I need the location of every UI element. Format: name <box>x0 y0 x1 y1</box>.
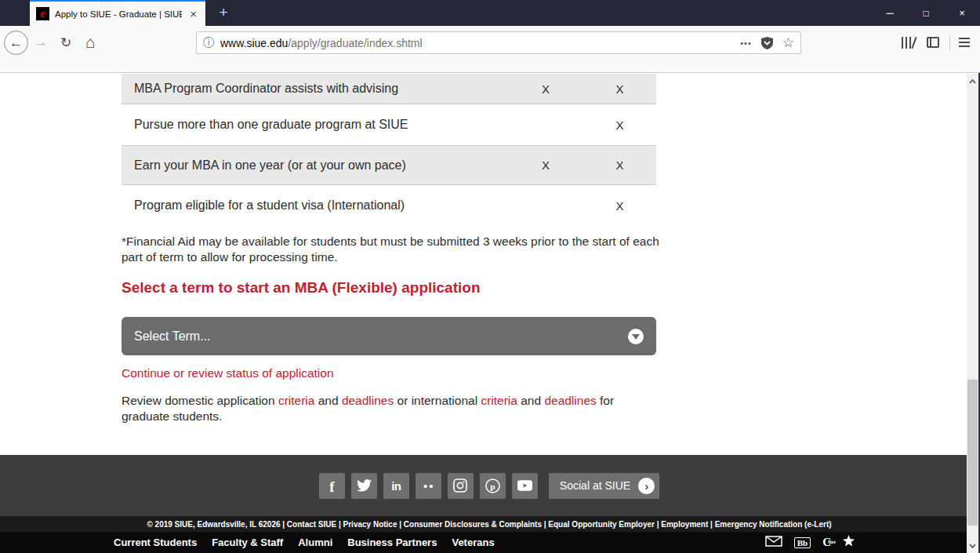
hamburger-menu-icon[interactable] <box>955 31 974 54</box>
review-text: and <box>314 394 341 407</box>
international-criteria-link[interactable]: criteria <box>481 394 517 407</box>
tab-title: Apply to SIUE - Graduate | SIUE <box>55 9 182 19</box>
star-icon[interactable] <box>843 535 855 550</box>
footer-link-alumni[interactable]: Alumni <box>298 537 332 548</box>
email-icon[interactable] <box>765 536 782 550</box>
facebook-icon[interactable]: f <box>319 473 345 499</box>
row-label: Earn your MBA in one year (or at your ow… <box>122 158 508 173</box>
url-bar[interactable]: ⓘ www.siue.edu/apply/graduate/index.shtm… <box>196 31 801 54</box>
cougarnet-icon[interactable]: CNet <box>822 536 831 549</box>
instagram-icon[interactable] <box>448 473 474 499</box>
page-actions-icon[interactable]: ••• <box>740 38 752 48</box>
financial-aid-footnote: *Financial Aid may be available for stud… <box>122 234 670 265</box>
scrollbar-thumb[interactable] <box>967 380 978 526</box>
row-label: MBA Program Coordinator assists with adv… <box>122 82 508 96</box>
review-text: Review domestic application <box>122 394 278 407</box>
url-domain: www.siue.edu <box>220 37 288 49</box>
site-info-icon[interactable]: ⓘ <box>203 36 214 50</box>
svg-text:p: p <box>490 482 495 491</box>
twitter-icon[interactable] <box>351 473 377 499</box>
footer-link-faculty-staff[interactable]: Faculty & Staff <box>212 537 283 548</box>
domestic-deadlines-link[interactable]: deadlines <box>342 394 394 407</box>
url-path: /apply/graduate/index.shtml <box>288 37 422 49</box>
new-tab-button[interactable]: + <box>213 3 234 22</box>
linkedin-icon[interactable]: in <box>383 473 409 499</box>
library-icon[interactable] <box>898 31 917 54</box>
table-row: Earn your MBA in one year (or at your ow… <box>122 146 656 185</box>
row-col2: X <box>583 158 656 172</box>
review-text: and <box>517 394 544 407</box>
term-select-dropdown[interactable]: Select Term... <box>122 317 656 355</box>
sidebar-toggle-icon[interactable] <box>924 31 942 54</box>
footer-link-current-students[interactable]: Current Students <box>114 537 197 548</box>
maximize-button[interactable]: □ <box>908 0 944 26</box>
table-row: Program eligible for a student visa (Int… <box>122 185 656 226</box>
scroll-down-icon[interactable] <box>967 540 978 551</box>
tab-bar: e Apply to SIUE - Graduate | SIUE × + ─ … <box>0 0 980 26</box>
pocket-shield-icon[interactable] <box>761 37 773 49</box>
row-label: Program eligible for a student visa (Int… <box>122 198 508 213</box>
review-text: or international <box>394 394 481 407</box>
row-col1: X <box>508 82 583 96</box>
back-button[interactable]: ← <box>4 31 28 55</box>
blackboard-icon[interactable]: Bb <box>794 537 811 548</box>
reload-button[interactable]: ↻ <box>56 31 75 54</box>
browser-window: e Apply to SIUE - Graduate | SIUE × + ─ … <box>0 0 980 553</box>
social-at-siue-button[interactable]: Social at SIUE › <box>549 473 659 499</box>
footer-social-band: f in •• p Social at SIUE › <box>0 455 978 516</box>
close-button[interactable]: × <box>944 0 980 26</box>
term-select-value: Select Term... <box>134 329 628 344</box>
pinterest-icon[interactable]: p <box>480 473 506 499</box>
social-at-siue-label: Social at SIUE <box>560 479 630 492</box>
siue-favicon-icon: e <box>36 7 49 20</box>
continue-application-link[interactable]: Continue or review status of application <box>122 366 334 380</box>
scroll-up-icon[interactable] <box>967 75 978 87</box>
row-col2: X <box>583 199 656 213</box>
international-deadlines-link[interactable]: deadlines <box>544 394 596 407</box>
dropdown-arrow-icon <box>628 329 644 344</box>
copyright-text: © 2019 SIUE, Edwardsville, IL 62026 | Co… <box>147 520 831 529</box>
arrow-right-icon: › <box>638 478 655 494</box>
table-row: Pursue more than one graduate program at… <box>122 104 656 146</box>
page-viewport: MBA Program Coordinator assists with adv… <box>0 74 980 553</box>
bookmark-star-icon[interactable]: ☆ <box>782 35 794 51</box>
minimize-button[interactable]: ─ <box>872 0 908 26</box>
tab-close-icon[interactable]: × <box>187 7 199 20</box>
window-controls: ─ □ × <box>872 0 980 26</box>
youtube-icon[interactable] <box>512 473 538 499</box>
toolbar-divider <box>949 35 950 51</box>
flickr-icon[interactable]: •• <box>416 473 441 499</box>
home-button[interactable]: ⌂ <box>80 31 100 54</box>
vertical-scrollbar[interactable] <box>967 74 978 553</box>
footer-copyright-band: © 2019 SIUE, Edwardsville, IL 62026 | Co… <box>0 516 978 532</box>
select-term-heading: Select a term to start an MBA (Flexible)… <box>122 279 481 297</box>
browser-tab[interactable]: e Apply to SIUE - Graduate | SIUE × <box>30 0 205 26</box>
review-paragraph: Review domestic application criteria and… <box>122 393 662 424</box>
row-col2: X <box>583 118 656 132</box>
program-comparison-table: MBA Program Coordinator assists with adv… <box>122 74 656 226</box>
domestic-criteria-link[interactable]: criteria <box>278 394 315 407</box>
row-label: Pursue more than one graduate program at… <box>122 118 508 132</box>
url-text[interactable]: www.siue.edu/apply/graduate/index.shtml <box>220 37 740 49</box>
footer-link-veterans[interactable]: Veterans <box>452 537 494 548</box>
row-col2: X <box>583 82 656 96</box>
footer-link-business-partners[interactable]: Business Partners <box>347 537 437 548</box>
forward-button[interactable]: → <box>31 31 50 54</box>
row-col1: X <box>508 158 583 172</box>
footer-bottom-bar: Current Students Faculty & Staff Alumni … <box>0 532 978 553</box>
table-row: MBA Program Coordinator assists with adv… <box>122 74 656 104</box>
navigation-bar: ← → ↻ ⌂ ⓘ www.siue.edu/apply/graduate/in… <box>0 26 980 73</box>
